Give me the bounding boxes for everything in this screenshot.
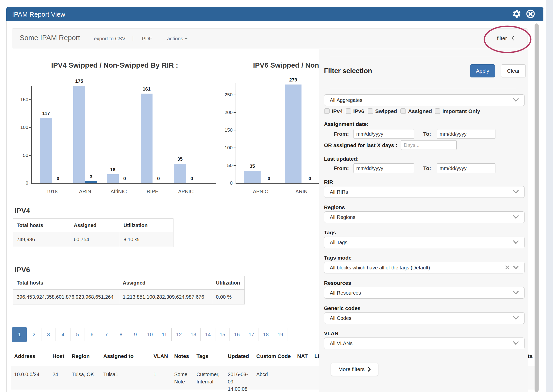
records-cell-vlan: 1 — [154, 371, 169, 378]
bar-value-label: 16 — [110, 167, 115, 173]
modal-scrollbar[interactable] — [535, 23, 539, 392]
days-input[interactable] — [401, 140, 457, 150]
modal-titlebar — [6, 7, 543, 21]
tags-mode-select[interactable]: All blocks which have all of the tags (D… — [324, 262, 525, 273]
y-tick-mark — [29, 127, 31, 128]
y-axis — [236, 83, 236, 183]
page-button-17[interactable]: 17 — [244, 328, 259, 341]
report-toolbar-card — [12, 28, 527, 48]
page-button-8[interactable]: 8 — [114, 328, 128, 341]
chevron-down-icon — [513, 240, 519, 245]
gear-icon[interactable] — [512, 9, 521, 19]
bar-value-label: 279 — [289, 77, 297, 83]
checkbox-important-only[interactable] — [435, 108, 440, 114]
vlan-select[interactable]: All VLANs — [324, 338, 525, 349]
assignment-from-input[interactable] — [354, 129, 414, 139]
filter-toggle-button[interactable]: filter — [497, 35, 515, 41]
updated-from-input[interactable] — [354, 163, 414, 173]
records-col-custom-code: Custom Code — [256, 353, 291, 359]
export-csv-link[interactable]: export to CSV — [94, 36, 125, 42]
page-button-9[interactable]: 9 — [128, 328, 143, 341]
apply-button[interactable]: Apply — [470, 64, 495, 77]
page-button-16[interactable]: 16 — [230, 328, 244, 341]
ipv4-assigned-value: 60,754 — [70, 232, 120, 247]
ipv4-section-heading: IPV4 — [15, 207, 30, 215]
close-icon[interactable] — [526, 9, 535, 19]
updated-to-label: To: — [423, 165, 431, 171]
last-updated-label: Last updated: — [324, 156, 359, 162]
bar-value-label: 0 — [309, 176, 311, 181]
checkbox-ipv6[interactable] — [346, 108, 351, 114]
page-button-3[interactable]: 3 — [41, 328, 56, 341]
chevron-down-icon — [513, 315, 519, 321]
pdf-link[interactable]: PDF — [142, 36, 152, 42]
ipv6-assigned-value: 1,213,851,100,282,309,624,987,676 — [119, 290, 212, 304]
records-cell-tags: Customer, Internal — [196, 371, 225, 385]
records-col-vlan: VLAN — [154, 353, 168, 359]
page-button-12[interactable]: 12 — [171, 328, 186, 341]
bar-swipped-arin — [285, 85, 301, 183]
aggregates-select[interactable]: All Aggregates — [324, 94, 525, 106]
y-tick-mark — [234, 165, 236, 166]
regions-select[interactable]: All Regions — [324, 211, 525, 223]
page-button-6[interactable]: 6 — [85, 328, 99, 341]
bar-swipped-arin — [73, 86, 85, 183]
checkbox-label-ipv6: IPv6 — [353, 108, 364, 114]
assignment-date-label: Assignment date: — [324, 121, 368, 127]
y-tick-label: 0 — [11, 180, 28, 186]
tags-select[interactable]: All Tags — [324, 237, 525, 248]
x-category-label: RIPE — [147, 189, 159, 194]
ipv6-section-heading: IPV6 — [15, 266, 30, 274]
chevron-down-icon — [513, 290, 519, 296]
checkbox-ipv4[interactable] — [324, 108, 330, 114]
modal-title: IPAM Report View — [12, 11, 65, 18]
page-button-4[interactable]: 4 — [56, 328, 70, 341]
assignment-to-input[interactable] — [437, 129, 495, 139]
page-button-5[interactable]: 5 — [70, 328, 85, 341]
page-button-2[interactable]: 2 — [27, 328, 41, 341]
chevron-down-icon — [513, 189, 519, 195]
ipv6-summary-table: Total hosts Assigned Utilization 396,453… — [13, 276, 245, 304]
generic-codes-select[interactable]: All Codes — [324, 312, 525, 324]
more-filters-button[interactable]: More filters — [331, 363, 378, 376]
actions-menu-link[interactable]: actions + — [167, 36, 188, 42]
updated-to-input[interactable] — [437, 163, 495, 173]
page-button-14[interactable]: 14 — [200, 328, 215, 341]
chevron-down-icon — [513, 214, 519, 220]
x-axis — [31, 183, 216, 184]
ipv4-col-assigned: Assigned — [70, 219, 120, 232]
vlan-select-value: All VLANs — [330, 341, 513, 346]
page-button-7[interactable]: 7 — [99, 328, 114, 341]
page-button-10[interactable]: 10 — [143, 328, 157, 341]
y-tick-label: 150 — [215, 127, 233, 133]
y-tick-label: 250 — [215, 92, 233, 98]
x-category-label: ARIN — [79, 189, 91, 194]
checkbox-swipped[interactable] — [368, 108, 373, 114]
x-category-label: AfriNIC — [111, 189, 127, 194]
clear-button[interactable]: Clear — [501, 64, 526, 77]
ipv4-col-utilization: Utilization — [120, 219, 173, 232]
checkbox-label-assigned: Assigned — [408, 108, 432, 114]
y-tick-mark — [234, 95, 236, 95]
x-category-label: APNIC — [253, 189, 268, 194]
page-button-15[interactable]: 15 — [215, 328, 230, 341]
page-button-18[interactable]: 18 — [259, 328, 273, 341]
records-cell-notes: Some Note — [174, 371, 195, 385]
page-button-13[interactable]: 13 — [186, 328, 201, 341]
checkbox-assigned[interactable] — [400, 108, 406, 114]
page-button-19[interactable]: 19 — [273, 328, 288, 341]
page-background-strip — [546, 0, 553, 392]
page-button-11[interactable]: 11 — [157, 328, 172, 341]
bar-swipped-afrinic — [107, 174, 119, 183]
filter-label-vlan: VLAN — [324, 330, 338, 337]
resources-select[interactable]: All Resources — [324, 287, 525, 299]
y-tick-label: 150 — [11, 97, 28, 102]
clear-x-icon[interactable] — [505, 265, 513, 271]
panel-divider-heading — [330, 89, 516, 89]
ipv6-col-assigned: Assigned — [119, 276, 212, 290]
page-button-1[interactable]: 1 — [12, 327, 27, 342]
rir-select[interactable]: All RIRs — [324, 186, 525, 198]
records-cell-address: 10.0.0.0/24 — [14, 371, 52, 378]
panel-divider-top — [330, 57, 516, 57]
filter-toggle-label: filter — [497, 35, 507, 41]
